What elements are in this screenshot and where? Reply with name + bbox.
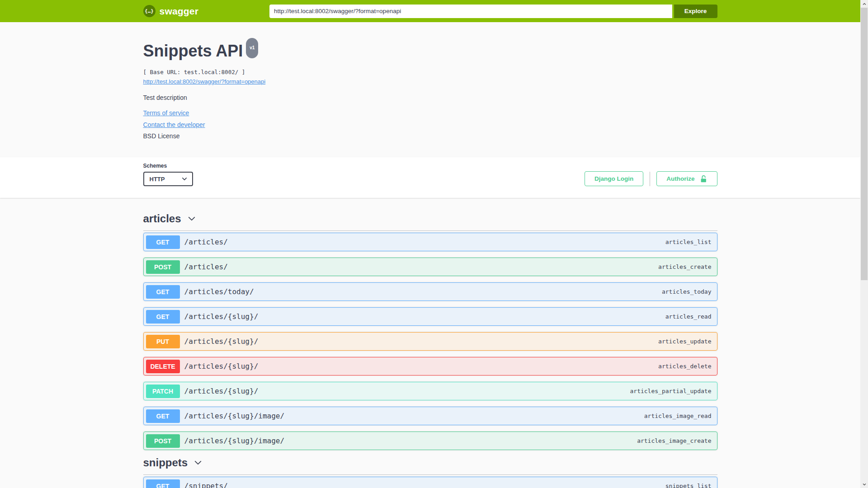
scrollbar-thumb[interactable]: [861, 8, 868, 280]
base-url-label: [ Base URL: test.local:8002/ ]: [143, 69, 717, 75]
spec-link[interactable]: http://test.local:8002/swagger/?format=o…: [143, 78, 266, 85]
api-title-text: Snippets API: [143, 42, 243, 60]
operation-id: articles_image_create: [637, 437, 711, 444]
method-badge: GET: [146, 235, 180, 249]
operation-id: articles_today: [662, 288, 712, 295]
operation-list: GET /articles/ articles_list POST /artic…: [143, 231, 717, 450]
browser-viewport: {…} swagger Explore Snippets APIv1 [ Bas…: [0, 0, 868, 488]
operation-path: /snippets/: [184, 482, 228, 488]
operation-id: articles_read: [665, 313, 712, 320]
operation-id: articles_list: [665, 239, 712, 245]
operation-list: GET /snippets/ snippets_list: [143, 475, 717, 488]
operation-row[interactable]: GET /articles/{slug}/ articles_read: [143, 307, 717, 326]
explore-button[interactable]: Explore: [674, 5, 717, 18]
operation-path: /articles/today/: [184, 287, 254, 296]
operation-row[interactable]: GET /articles/{slug}/image/ articles_ima…: [143, 407, 717, 425]
license-label: BSD License: [143, 132, 717, 140]
spec-url-input[interactable]: [269, 5, 672, 18]
swagger-logo-icon: {…}: [143, 5, 156, 17]
unlocked-padlock-icon: [699, 175, 708, 183]
operation-path: /articles/: [184, 238, 228, 246]
vertical-scrollbar[interactable]: [860, 0, 868, 488]
django-login-button[interactable]: Django Login: [585, 171, 643, 186]
method-badge: PUT: [146, 335, 180, 348]
operation-path: /articles/{slug}/: [184, 312, 259, 321]
section-header[interactable]: snippets: [143, 456, 717, 475]
method-badge: GET: [146, 409, 180, 423]
auth-divider: [650, 172, 650, 186]
scheme-select[interactable]: HTTP: [143, 172, 193, 186]
operation-path: /articles/: [184, 263, 228, 271]
operation-path: /articles/{slug}/: [184, 387, 259, 395]
swagger-logo: {…} swagger: [143, 5, 199, 17]
authorize-button[interactable]: Authorize: [656, 171, 717, 186]
method-badge: POST: [146, 260, 180, 274]
chevron-down-icon: [188, 215, 196, 223]
section-title: snippets: [143, 456, 188, 469]
operations: articles GET /articles/ articles_list PO…: [143, 198, 717, 488]
operation-row[interactable]: PUT /articles/{slug}/ articles_update: [143, 332, 717, 351]
api-section: snippets GET /snippets/ snippets_list: [143, 456, 717, 488]
operation-row[interactable]: GET /articles/ articles_list: [143, 233, 717, 251]
method-badge: POST: [146, 434, 180, 448]
operation-row[interactable]: POST /articles/{slug}/image/ articles_im…: [143, 432, 717, 450]
contact-developer-link[interactable]: Contact the developer: [143, 121, 205, 128]
scheme-selected-value: HTTP: [150, 176, 165, 183]
section-header[interactable]: articles: [143, 212, 717, 231]
operation-path: /articles/{slug}/image/: [184, 412, 285, 420]
operation-row[interactable]: PATCH /articles/{slug}/ articles_partial…: [143, 382, 717, 400]
operation-path: /articles/{slug}/image/: [184, 436, 285, 445]
operation-row[interactable]: DELETE /articles/{slug}/ articles_delete: [143, 357, 717, 375]
operation-row[interactable]: GET /articles/today/ articles_today: [143, 282, 717, 301]
operation-id: articles_delete: [658, 363, 711, 370]
operation-id: snippets_list: [665, 483, 712, 488]
method-badge: GET: [146, 285, 180, 299]
scroll-up-arrow-icon[interactable]: [860, 0, 868, 8]
section-title: articles: [143, 212, 181, 225]
operation-id: articles_image_read: [644, 413, 712, 419]
method-badge: DELETE: [146, 360, 180, 373]
method-badge: GET: [146, 310, 180, 324]
schemes-group: Schemes HTTP: [143, 163, 193, 186]
operation-id: articles_partial_update: [630, 388, 711, 394]
operation-path: /articles/{slug}/: [184, 362, 259, 371]
terms-of-service-link[interactable]: Terms of service: [143, 109, 189, 117]
operation-id: articles_create: [658, 263, 711, 270]
api-description: Test description: [143, 94, 717, 101]
operation-id: articles_update: [658, 338, 711, 345]
schemes-label: Schemes: [143, 163, 193, 169]
api-info-section: Snippets APIv1 [ Base URL: test.local:80…: [0, 22, 860, 157]
brand-name: swagger: [160, 6, 199, 17]
spec-url-form: Explore: [269, 5, 717, 18]
api-section: articles GET /articles/ articles_list PO…: [143, 212, 717, 450]
version-badge: v1: [246, 38, 258, 58]
operation-row[interactable]: GET /snippets/ snippets_list: [143, 477, 717, 488]
scheme-container: Schemes HTTP Django Login Authorize: [0, 157, 860, 198]
authorize-label: Authorize: [666, 175, 694, 182]
swagger-topbar: {…} swagger Explore: [0, 0, 860, 22]
chevron-down-icon: [194, 459, 202, 467]
method-badge: PATCH: [146, 385, 180, 398]
page-title: Snippets APIv1: [143, 42, 717, 66]
operation-path: /articles/{slug}/: [184, 337, 259, 346]
scroll-down-arrow-icon[interactable]: [860, 480, 868, 488]
chevron-down-icon: [181, 176, 188, 182]
method-badge: GET: [146, 479, 180, 488]
operation-row[interactable]: POST /articles/ articles_create: [143, 258, 717, 276]
auth-wrapper: Django Login Authorize: [585, 171, 717, 186]
django-login-label: Django Login: [594, 175, 633, 182]
